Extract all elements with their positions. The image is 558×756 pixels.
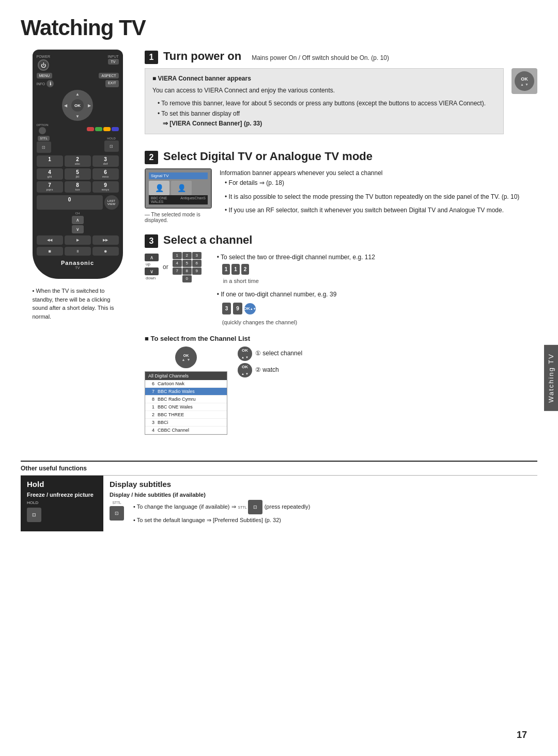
step2-bullet-1: It is also possible to select the mode p… [225,192,537,202]
side-btn-4[interactable]: ⏹ [37,247,63,256]
brand-label: Panasonic [37,260,119,266]
last-view-button[interactable]: LAST VIEW [104,195,119,210]
step-3-number: 3 [145,234,158,248]
num-3[interactable]: 3def [92,155,119,167]
ok-button-large: OK ▲▼ [175,346,197,368]
power-button[interactable]: ⏻ [38,59,49,71]
nav-down[interactable]: ▼ [75,114,80,119]
input-button[interactable]: TV [108,59,119,65]
side-btn-6[interactable]: ⏺ [92,247,119,256]
side-btn-5[interactable]: ⏸ [65,247,91,256]
info-label: INFO [37,82,45,86]
watch-ok-icon: OK ▲▼ [238,363,252,377]
nav-left[interactable]: ◀ [64,103,67,108]
nm-7: 7 [173,267,182,275]
step3-bullet-1: To select the two or three-digit channel… [217,252,537,262]
step-3-content: ∧ up ∨ down or [145,252,537,327]
side-label: Watching TV [544,345,558,411]
channel-list-section: To select from the Channel List OK ▲▼ Al… [145,335,537,435]
channel-screen-header: All Digital Channels [145,372,227,380]
step-2-number: 2 [145,151,158,164]
ch-up[interactable]: ∧ [72,216,84,224]
info-button[interactable]: ℹ [47,80,54,87]
zero-row: 0 LAST VIEW [37,195,119,210]
num-6[interactable]: 6mno [92,168,119,180]
step-3-left: ∧ up ∨ down or [145,252,202,327]
quickly-label: (quickly changes the channel) [222,318,537,327]
remote-control: POWER ⏻ INPUT TV MENU ASPECT INFO ℹ E [33,50,123,279]
num-1[interactable]: 1 [37,155,63,167]
right-column: 1 Turn power on Mains power On / Off swi… [134,50,537,445]
option-button[interactable] [39,127,46,134]
channel-item-8: 8 BBC Radio Cymru [145,396,227,403]
channel-item-6: 6 Cartoon Nwk [145,380,227,388]
hold-content: HOLD ⊡ [27,500,97,522]
viera-bullet-1: To remove this banner, leave for about 5… [158,99,496,108]
num-2[interactable]: 2abc [65,155,91,167]
side-btn-3[interactable]: ▶▶ [92,235,119,245]
num-5[interactable]: 5jkl [65,168,91,180]
tv-person-1: 👤 [149,181,169,195]
green-button[interactable] [95,127,102,131]
channel-item-3: 3 BBCi [145,419,227,427]
select-channel-label: ① select channel [255,348,302,359]
nav-up[interactable]: ▲ [75,92,80,97]
hold-label-remote: HOLD [107,137,116,140]
nm-2: 2 [182,252,192,259]
ch-down[interactable]: ∨ [72,225,84,233]
display-subtitles-title: Display subtitles [110,480,531,489]
ok-icon-image: OK ▲▼ [512,68,537,94]
red-button[interactable] [87,127,94,131]
nm-9: 9 [192,267,202,275]
watch-label: ② watch [255,365,279,376]
num-7[interactable]: 7pqrs [37,181,63,193]
other-functions-title: Other useful functions [21,465,537,472]
eg39-example: 3 9 OK▲▼ (quickly changes the channel) [222,303,537,327]
select-row: OK ▲▼ ① select channel [238,346,537,361]
functions-row: Hold Freeze / unfreeze picture HOLD ⊡ Di… [21,475,537,531]
step-3-right: To select the two or three-digit channel… [212,252,537,327]
menu-button[interactable]: MENU [37,73,53,78]
step3-bullet-2: If one or two-digit channel number, e.g.… [217,289,537,300]
nm-8: 8 [182,267,192,275]
display-hide-sub: Display / hide subtitles (if available) [110,492,531,498]
short-time-note: in a short time [223,276,537,286]
ch-down-arrow: ∨ [145,267,159,275]
step-2-left: Signal TV 👤 👤 BBC ONE WALES AntiquesChan… [145,168,212,223]
hold-button-remote[interactable]: ⊡ [104,140,119,152]
exit-button[interactable]: EXIT [105,80,119,87]
side-btn-2[interactable]: ▶ [65,235,91,245]
yellow-button[interactable] [103,127,111,131]
aspect-button[interactable]: ASPECT [99,73,118,78]
num-4[interactable]: 4ghi [37,168,63,180]
hold-btn-image: ⊡ [27,508,41,522]
step-1-note: Mains power On / Off switch should be On… [252,54,389,61]
channel-item-2: 2 BBC THREE [145,411,227,419]
subtitles-content: STTL ⊡ To change the language (if availa… [110,500,531,525]
left-column: POWER ⏻ INPUT TV MENU ASPECT INFO ℹ E [21,50,134,445]
num-8[interactable]: 8tuv [65,181,91,193]
viera-box: VIERA Connect banner appears You can acc… [145,68,504,134]
sttl-button-remote[interactable]: ⊡ [37,141,51,153]
select-ok-icon: OK ▲▼ [238,346,252,361]
tv-footer-right: AntiquesChanS [180,196,206,203]
tv-info-line: — The selected mode is displayed. [145,212,212,223]
channel-item-1: 1 BBC ONE Wales [145,403,227,411]
color-buttons [87,127,119,131]
ch-label: CH [75,212,80,215]
channel-item-4: 4 CBBC Channel [145,427,227,434]
ok-and-screen: OK ▲▼ All Digital Channels 6 Cartoon Nwk… [145,346,227,435]
channel-item-7: 7 BBC Radio Wales [145,388,227,396]
ok-button[interactable]: OK [71,99,84,112]
side-btn-1[interactable]: ◀◀ [37,235,63,245]
num-0[interactable]: 0 [37,195,103,210]
num-9[interactable]: 9wxyz [92,181,119,193]
side-buttons-2: ⏹ ⏸ ⏺ [37,247,119,256]
watch-row: OK ▲▼ ② watch [238,363,537,377]
step-1-number: 1 [145,51,158,64]
page-number: 17 [517,730,527,741]
nm-0: 0 [182,275,192,282]
blue-button[interactable] [112,127,119,131]
nav-right[interactable]: ▶ [88,103,91,108]
viera-bullet-2: To set this banner display off [158,109,496,119]
